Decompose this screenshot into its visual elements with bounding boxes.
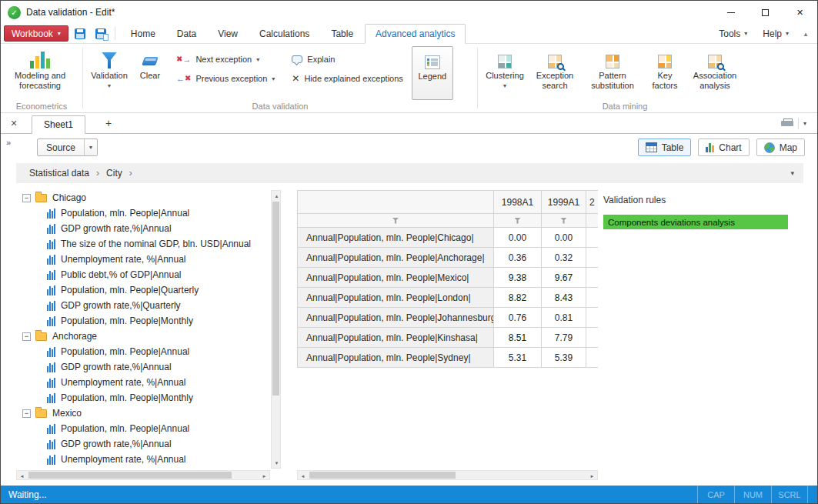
value-cell[interactable]: 0.00 xyxy=(542,228,586,248)
tree-folder-row-mexico[interactable]: −Mexico xyxy=(16,406,270,421)
value-cell[interactable]: 7.79 xyxy=(542,328,586,348)
scrollbar-thumb[interactable] xyxy=(272,202,279,396)
value-cell[interactable]: 5.39 xyxy=(542,348,586,368)
collapse-icon[interactable]: − xyxy=(22,332,31,341)
row-label[interactable]: Annual|Population, mln. People|Anchorage… xyxy=(298,248,494,268)
map-view-button[interactable]: Map xyxy=(756,139,805,156)
tree-vertical-scrollbar[interactable]: ▲ ▼ xyxy=(271,190,281,469)
minimize-button[interactable] xyxy=(713,1,748,24)
value-cell-clipped[interactable] xyxy=(586,328,598,348)
value-cell[interactable]: 0.81 xyxy=(542,308,586,328)
ribbon-tab-advanced-analytics[interactable]: Advanced analytics xyxy=(365,24,466,44)
source-dropdown[interactable]: ▾ xyxy=(84,139,97,155)
value-cell-clipped[interactable] xyxy=(586,308,598,328)
value-cell-clipped[interactable] xyxy=(586,288,598,308)
ribbon-tab-table[interactable]: Table xyxy=(321,25,363,43)
value-cell[interactable]: 8.51 xyxy=(494,328,542,348)
label-filter-cell[interactable] xyxy=(298,214,494,228)
tree-item-row[interactable]: Unemployment rate, %|Annual xyxy=(16,375,270,390)
modeling-forecasting-button[interactable]: Modeling and forecasting xyxy=(4,46,76,100)
sheet-tab-sheet1[interactable]: Sheet1 xyxy=(32,115,85,134)
value-cell-clipped[interactable] xyxy=(586,268,598,288)
source-split-button[interactable]: Source ▾ xyxy=(37,139,98,156)
scroll-left-button[interactable]: ◄ xyxy=(17,471,27,481)
tree-item-row[interactable]: GDP growth rate,%|Annual xyxy=(16,221,270,236)
previous-exception-button[interactable]: ←✖ Previous exception ▾ xyxy=(173,71,278,86)
ribbon-tab-view[interactable]: View xyxy=(208,25,248,43)
expand-panel-button[interactable]: » xyxy=(6,138,11,147)
column-header-1999a1[interactable]: 1999A1 xyxy=(542,191,586,214)
close-button[interactable]: ✕ xyxy=(783,1,817,24)
ribbon-tab-calculations[interactable]: Calculations xyxy=(249,25,319,43)
tree-item-row[interactable]: Population, mln. People|Quarterly xyxy=(16,282,270,298)
scroll-right-button[interactable]: ► xyxy=(259,471,269,481)
row-label[interactable]: Annual|Population, mln. People|Mexico| xyxy=(298,268,494,288)
breadcrumb-dropdown[interactable]: ▾ xyxy=(790,169,794,177)
explain-button[interactable]: Explain xyxy=(289,52,406,67)
column-filter-cell[interactable] xyxy=(494,214,542,228)
collapse-icon[interactable]: − xyxy=(22,194,31,202)
clustering-button[interactable]: Clustering ▾ xyxy=(481,46,529,100)
scroll-down-button[interactable]: ▼ xyxy=(272,458,282,468)
validation-rule[interactable]: Components deviations analysis xyxy=(603,215,788,229)
value-cell-clipped[interactable] xyxy=(586,228,598,248)
row-label[interactable]: Annual|Population, mln. People|Kinshasa| xyxy=(298,328,494,348)
tree-item-row[interactable]: GDP growth rate,%|Annual xyxy=(16,436,270,452)
tree-item-row[interactable]: GDP growth rate,%|Annual xyxy=(16,359,270,375)
value-cell[interactable]: 0.36 xyxy=(494,248,542,268)
column-header-2[interactable]: 2 xyxy=(586,191,598,214)
scroll-left-button[interactable]: ◄ xyxy=(298,471,308,481)
key-factors-button[interactable]: Key factors xyxy=(644,46,686,100)
tree-item-row[interactable]: The size of the nominal GDP, bln. USD|An… xyxy=(16,236,270,252)
scrollbar-thumb[interactable] xyxy=(309,472,456,479)
row-label[interactable]: Annual|Population, mln. People|Chicago| xyxy=(298,228,494,248)
chevron-down-icon[interactable]: ▾ xyxy=(256,56,259,63)
value-cell[interactable]: 5.31 xyxy=(494,348,542,368)
value-cell[interactable]: 9.67 xyxy=(542,268,586,288)
tree-item-row[interactable]: Population, mln. People|Monthly xyxy=(16,390,270,406)
ribbon-tab-data[interactable]: Data xyxy=(167,25,206,43)
tree-item-row[interactable]: Population, mln. People|Monthly xyxy=(16,313,270,329)
tools-menu[interactable]: Tools ▾ xyxy=(712,26,754,42)
tree-item-row[interactable]: Unemployment rate, %|Annual xyxy=(16,452,270,467)
tree-item-row[interactable]: GDP growth rate,%|Quarterly xyxy=(16,298,270,313)
tree-item-row[interactable]: Population, mln. People|Annual xyxy=(16,344,270,359)
legend-toggle-button[interactable]: Legend xyxy=(412,46,453,100)
value-cell[interactable]: 0.76 xyxy=(494,308,542,328)
table-view-button[interactable]: Table xyxy=(638,139,692,156)
column-header-1998a1[interactable]: 1998A1 xyxy=(494,191,542,214)
save-as-button[interactable] xyxy=(92,25,110,42)
breadcrumb-item-statistical-data[interactable]: Statistical data xyxy=(25,168,93,179)
value-cell[interactable]: 9.38 xyxy=(494,268,542,288)
next-exception-button[interactable]: ✖→ Next exception ▾ xyxy=(173,52,278,67)
value-cell[interactable]: 8.43 xyxy=(542,288,586,308)
workbook-menu-button[interactable]: Workbook ▾ xyxy=(4,25,68,42)
association-analysis-button[interactable]: Association analysis xyxy=(686,46,744,100)
row-label[interactable]: Annual|Population, mln. People|Johannesb… xyxy=(298,308,494,328)
printer-icon[interactable] xyxy=(781,118,793,129)
tree-folder-row-chicago[interactable]: −Chicago xyxy=(16,190,270,205)
maximize-button[interactable] xyxy=(748,1,783,24)
row-label[interactable]: Annual|Population, mln. People|Sydney| xyxy=(298,348,494,368)
chevron-down-icon[interactable]: ▾ xyxy=(272,75,275,82)
tree-item-row[interactable]: Public debt,% of GDP|Annual xyxy=(16,267,270,282)
help-menu[interactable]: Help ▾ xyxy=(756,26,796,42)
chart-view-button[interactable]: Chart xyxy=(698,139,749,156)
close-document-button[interactable]: ✕ xyxy=(7,118,21,129)
value-cell[interactable]: 8.82 xyxy=(494,288,542,308)
row-label[interactable]: Annual|Population, mln. People|London| xyxy=(298,288,494,308)
breadcrumb-item-city[interactable]: City xyxy=(102,168,126,179)
scroll-up-button[interactable]: ▲ xyxy=(272,191,282,201)
value-cell[interactable]: 0.32 xyxy=(542,248,586,268)
value-cell-clipped[interactable] xyxy=(586,348,598,368)
pattern-substitution-button[interactable]: Pattern substitution xyxy=(581,46,644,100)
collapse-ribbon-button[interactable]: ▴ xyxy=(797,27,814,41)
scroll-right-button[interactable]: ► xyxy=(587,471,597,481)
clear-button[interactable]: Clear xyxy=(132,46,168,100)
tree-item-row[interactable]: Population, mln. People|Annual xyxy=(16,421,270,436)
column-filter-cell[interactable] xyxy=(586,214,598,228)
scrollbar-thumb[interactable] xyxy=(28,472,232,479)
hide-explained-exceptions-button[interactable]: ✕ Hide explained exceptions xyxy=(289,71,406,86)
exception-search-button[interactable]: Exception search xyxy=(529,46,581,100)
print-dropdown-button[interactable]: ▾ xyxy=(798,118,811,129)
